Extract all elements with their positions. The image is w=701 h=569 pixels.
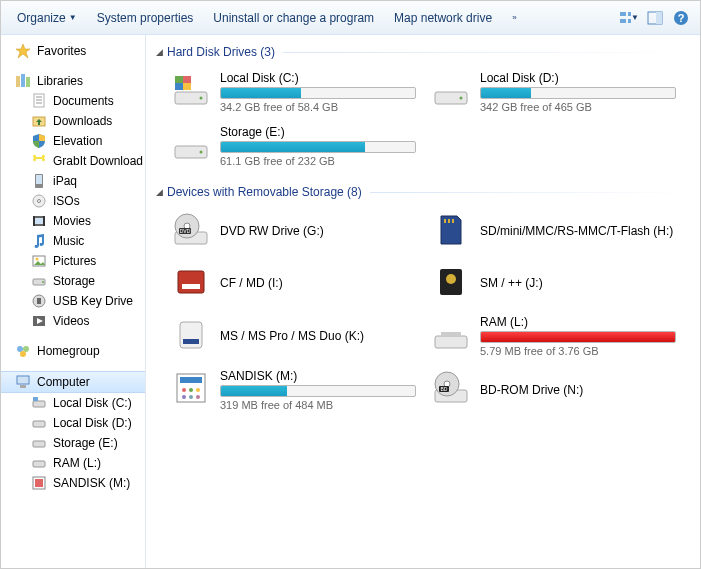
svg-point-21 bbox=[38, 200, 41, 203]
disc-icon bbox=[31, 193, 47, 209]
drive-d[interactable]: Local Disk (D:)342 GB free of 465 GB bbox=[428, 67, 678, 115]
svg-point-27 bbox=[36, 258, 39, 261]
drive-stat: 342 GB free of 465 GB bbox=[480, 101, 676, 113]
svg-rect-2 bbox=[620, 19, 626, 23]
svg-rect-66 bbox=[182, 284, 200, 289]
sidebar-item-music[interactable]: Music bbox=[1, 231, 145, 251]
downloads-icon bbox=[31, 113, 47, 129]
drive-name: Storage (E:) bbox=[220, 125, 416, 139]
svg-point-30 bbox=[42, 281, 44, 283]
svg-point-78 bbox=[182, 395, 186, 399]
map-drive-button[interactable]: Map network drive bbox=[386, 7, 500, 29]
drive-k[interactable]: MS / MS Pro / MS Duo (K:) bbox=[168, 311, 418, 359]
organize-label: Organize bbox=[17, 11, 66, 25]
drive-j[interactable]: SM / ++ (J:) bbox=[428, 259, 678, 305]
svg-rect-40 bbox=[33, 401, 45, 407]
uninstall-button[interactable]: Uninstall or change a program bbox=[205, 7, 382, 29]
sidebar-item-pictures[interactable]: Pictures bbox=[1, 251, 145, 271]
svg-point-35 bbox=[17, 346, 23, 352]
svg-rect-38 bbox=[17, 376, 29, 384]
preview-pane-button[interactable] bbox=[644, 7, 666, 29]
sidebar-item-disk-e[interactable]: Storage (E:) bbox=[1, 433, 145, 453]
sidebar-item-disk-c[interactable]: Local Disk (C:) bbox=[1, 393, 145, 413]
libraries-label: Libraries bbox=[37, 74, 83, 88]
drive-name: SD/mini/MMC/RS-MMC/T-Flash (H:) bbox=[480, 224, 676, 238]
sidebar-item-storage[interactable]: Storage bbox=[1, 271, 145, 291]
group-label: Devices with Removable Storage (8) bbox=[167, 185, 362, 199]
chevron-down-icon: ▼ bbox=[631, 13, 639, 22]
drive-icon bbox=[31, 415, 47, 431]
sidebar-item-videos[interactable]: Videos bbox=[1, 311, 145, 331]
bone-icon bbox=[31, 153, 47, 169]
sidebar-homegroup[interactable]: Homegroup bbox=[1, 341, 145, 361]
sandisk-drive-icon bbox=[170, 367, 212, 409]
svg-point-76 bbox=[189, 388, 193, 392]
sidebar-item-elevation[interactable]: Elevation bbox=[1, 131, 145, 151]
sidebar-item-ipaq[interactable]: iPaq bbox=[1, 171, 145, 191]
drive-g[interactable]: DVD DVD RW Drive (G:) bbox=[168, 207, 418, 253]
libraries-icon bbox=[15, 73, 31, 89]
item-label: iPaq bbox=[53, 174, 77, 188]
sidebar-item-usb[interactable]: USB Key Drive bbox=[1, 291, 145, 311]
drive-name: Local Disk (D:) bbox=[480, 71, 676, 85]
drive-n[interactable]: BD BD-ROM Drive (N:) bbox=[428, 365, 678, 413]
collapse-icon: ◢ bbox=[156, 187, 163, 197]
drive-h[interactable]: SD/mini/MMC/RS-MMC/T-Flash (H:) bbox=[428, 207, 678, 253]
drive-m[interactable]: SANDISK (M:)319 MB free of 484 MB bbox=[168, 365, 418, 413]
svg-rect-63 bbox=[448, 219, 450, 223]
sidebar-item-documents[interactable]: Documents bbox=[1, 91, 145, 111]
item-label: Pictures bbox=[53, 254, 96, 268]
collapse-icon: ◢ bbox=[156, 47, 163, 57]
svg-rect-39 bbox=[20, 385, 26, 388]
preview-pane-icon bbox=[647, 10, 663, 26]
sidebar-item-grabit[interactable]: GrabIt Download bbox=[1, 151, 145, 171]
chevron-down-icon: ▼ bbox=[69, 13, 77, 22]
favorites-label: Favorites bbox=[37, 44, 86, 58]
sidebar-libraries[interactable]: Libraries bbox=[1, 71, 145, 91]
removable-drive-icon bbox=[430, 313, 472, 355]
group-hdd[interactable]: ◢Hard Disk Drives (3) bbox=[150, 39, 690, 63]
item-label: Elevation bbox=[53, 134, 102, 148]
svg-point-80 bbox=[196, 395, 200, 399]
sidebar-item-downloads[interactable]: Downloads bbox=[1, 111, 145, 131]
capacity-bar bbox=[480, 331, 676, 343]
drive-e[interactable]: Storage (E:)61.1 GB free of 232 GB bbox=[168, 121, 418, 169]
item-label: Local Disk (D:) bbox=[53, 416, 132, 430]
svg-rect-32 bbox=[37, 298, 41, 304]
sidebar-item-disk-l[interactable]: RAM (L:) bbox=[1, 453, 145, 473]
drive-l[interactable]: RAM (L:)5.79 MB free of 3.76 GB bbox=[428, 311, 678, 359]
sidebar-favorites[interactable]: Favorites bbox=[1, 41, 145, 61]
pictures-icon bbox=[31, 253, 47, 269]
svg-text:?: ? bbox=[678, 12, 685, 24]
sidebar-item-disk-m[interactable]: SANDISK (M:) bbox=[1, 473, 145, 493]
svg-point-37 bbox=[20, 351, 26, 357]
item-label: Storage bbox=[53, 274, 95, 288]
svg-rect-69 bbox=[180, 322, 202, 348]
sidebar-item-movies[interactable]: Movies bbox=[1, 211, 145, 231]
system-properties-button[interactable]: System properties bbox=[89, 7, 202, 29]
drive-c[interactable]: Local Disk (C:)34.2 GB free of 58.4 GB bbox=[168, 67, 418, 115]
svg-point-56 bbox=[200, 151, 203, 154]
group-removable[interactable]: ◢Devices with Removable Storage (8) bbox=[150, 179, 690, 203]
sidebar-item-isos[interactable]: ISOs bbox=[1, 191, 145, 211]
drive-icon bbox=[31, 435, 47, 451]
svg-rect-62 bbox=[444, 219, 446, 223]
sidebar-item-disk-d[interactable]: Local Disk (D:) bbox=[1, 413, 145, 433]
hdd-icon bbox=[170, 123, 212, 165]
sidebar-computer[interactable]: Computer bbox=[1, 371, 145, 393]
drive-i[interactable]: CF / MD (I:) bbox=[168, 259, 418, 305]
toolbar-overflow-button[interactable]: » bbox=[504, 9, 524, 26]
svg-point-54 bbox=[460, 97, 463, 100]
svg-rect-46 bbox=[35, 479, 43, 487]
sm-card-icon bbox=[430, 261, 472, 303]
help-icon: ? bbox=[673, 10, 689, 26]
svg-rect-41 bbox=[33, 397, 38, 401]
svg-point-36 bbox=[23, 346, 29, 352]
capacity-bar bbox=[220, 87, 416, 99]
dvd-drive-icon: DVD bbox=[170, 209, 212, 251]
view-options-button[interactable]: ▼ bbox=[618, 7, 640, 29]
help-button[interactable]: ? bbox=[670, 7, 692, 29]
organize-button[interactable]: Organize▼ bbox=[9, 7, 85, 29]
item-label: ISOs bbox=[53, 194, 80, 208]
svg-rect-72 bbox=[441, 332, 461, 336]
